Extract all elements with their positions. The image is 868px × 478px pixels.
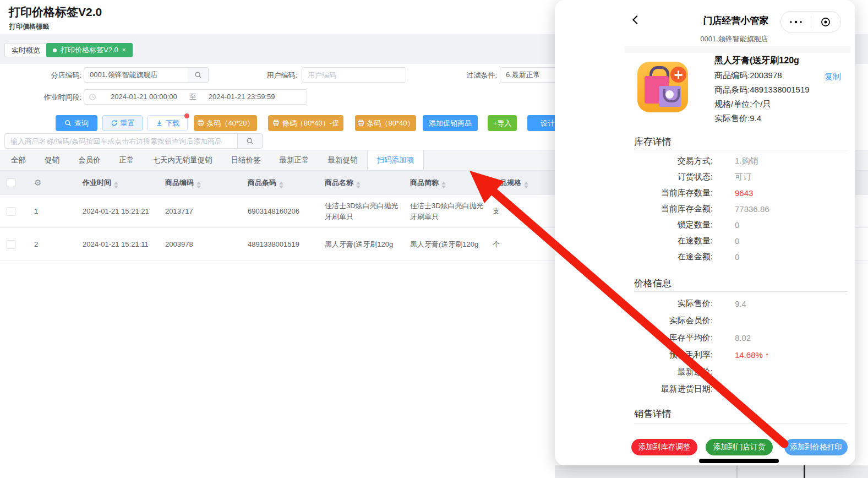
notification-dot (184, 113, 189, 118)
sort-icon[interactable] (524, 182, 528, 188)
time-start-value[interactable]: 2024-01-21 00:00:00 (111, 90, 177, 104)
cell-barcode: 4891338001519 (248, 240, 325, 248)
cell-spec: 支 (493, 207, 542, 216)
branch-code-label: 分店编码: (22, 70, 81, 80)
header-code[interactable]: 商品编码 (165, 178, 248, 188)
barcode-40x20-label: 条码（40*20） (207, 118, 254, 128)
detail-row: 在途数量:0 (625, 233, 848, 249)
tab-member-price[interactable]: 会员价 (69, 150, 110, 170)
cell-name: 黑人牙膏(送牙刷120g (325, 239, 410, 250)
barcode-80x40-button[interactable]: 条码（80*40） (355, 115, 416, 131)
detail-row: 实际售价:9.4 (625, 295, 848, 312)
detail-row: 预估毛利率:14.68% ↑ (625, 346, 848, 363)
price-info-list: 实际售价:9.4 实际会员价: 库存平均价:8.02 预估毛利率:14.68% … (625, 295, 848, 398)
cell-name: 佳洁士3D炫白亮白抛光牙刷单只 (325, 200, 410, 222)
home-indicator-bar (699, 459, 779, 463)
copy-link[interactable]: 复制 (825, 72, 841, 82)
more-dots-icon (788, 19, 804, 25)
section-divider (634, 291, 848, 292)
printer-icon (272, 120, 280, 127)
filter-condition-label: 过滤条件: (435, 70, 497, 80)
detail-row: 库存平均价:8.02 (625, 329, 848, 346)
page-subtitle: 打印價格標籤 (9, 22, 49, 31)
sort-icon[interactable] (114, 182, 118, 188)
stock-qty-value: 9643 (735, 188, 753, 198)
tab-daily-price-tag[interactable]: 日结价签 (222, 150, 270, 170)
header-barcode[interactable]: 商品条码 (248, 178, 325, 188)
refresh-icon (111, 120, 118, 127)
sort-icon[interactable] (279, 182, 283, 188)
nav-tab-overview[interactable]: 实时概览 (4, 43, 47, 57)
product-image (637, 62, 688, 112)
branch-code-input[interactable] (84, 67, 188, 83)
time-end-value[interactable]: 2024-01-21 23:59:59 (209, 90, 275, 104)
add-promo-product-label: 添加促销商品 (429, 118, 472, 128)
add-to-store-order-button[interactable]: 添加到门店订货 (706, 439, 773, 455)
select-all-checkbox[interactable] (7, 178, 15, 187)
download-button[interactable]: 下载 (148, 115, 188, 131)
sort-icon[interactable] (356, 182, 361, 188)
product-price-line: 实际售价:9.4 (714, 113, 761, 124)
add-to-stock-adjust-button[interactable]: 添加到库存调整 (631, 439, 697, 455)
barcode-80x40-promo-button[interactable]: 條碼（80*40）-促 (268, 115, 343, 131)
background-page-strip (555, 465, 868, 478)
tab-all[interactable]: 全部 (2, 150, 35, 170)
barcode-40x20-button[interactable]: 条码（40*20） (194, 115, 257, 131)
query-button[interactable]: 查询 (56, 115, 97, 131)
nav-tab-overview-label: 实时概览 (12, 46, 40, 55)
store-name: 0001.领锋智能旗舰店 (555, 34, 855, 44)
reset-button[interactable]: 重置 (102, 115, 143, 131)
exit-button[interactable] (811, 12, 841, 32)
tab-7day-no-sales-promo[interactable]: 七天内无销量促销 (144, 150, 222, 170)
wechat-capsule (780, 11, 841, 32)
header-name[interactable]: 商品名称 (325, 177, 410, 188)
time-range-input[interactable]: 2024-01-21 00:00:00 至 2024-01-21 23:59:5… (84, 89, 307, 105)
branch-search-button[interactable] (188, 67, 209, 83)
nav-tab-print-label-text: 打印价格标签V2.0 (61, 43, 118, 57)
search-icon (194, 71, 202, 79)
page-title: 打印价格标签V2.0 (9, 4, 102, 20)
clock-icon (89, 93, 96, 101)
row-checkbox[interactable] (7, 207, 15, 216)
sort-icon[interactable] (441, 182, 446, 188)
product-spec-line: 规格/单位:个/只 (714, 99, 771, 110)
product-search-input[interactable] (4, 133, 238, 149)
close-icon[interactable]: × (122, 43, 126, 57)
barcode-80x40-label: 条码（80*40） (367, 118, 414, 128)
more-button[interactable] (781, 12, 811, 32)
cell-short-name: 黑人牙膏(送牙刷120g (410, 239, 493, 250)
section-divider (634, 423, 848, 423)
barcode-80x40-promo-label: 條碼（80*40）-促 (282, 118, 339, 128)
tab-latest-normal[interactable]: 最新正常 (270, 150, 319, 170)
printer-icon (357, 120, 364, 127)
cell-time: 2024-01-21 15:21:11 (83, 240, 165, 248)
nav-tab-print-label[interactable]: 打印价格标签V2.0 × (46, 43, 133, 57)
search-icon (246, 137, 254, 145)
gear-icon[interactable]: ⚙ (34, 178, 41, 187)
user-code-input[interactable] (302, 67, 406, 83)
tab-latest-promo[interactable]: 最新促销 (319, 150, 367, 170)
import-button[interactable]: +导入 (488, 115, 517, 131)
add-promo-product-button[interactable]: 添加促销商品 (423, 115, 478, 131)
row-checkbox[interactable] (7, 240, 15, 249)
tab-promo[interactable]: 促销 (35, 150, 69, 170)
detail-row: 当前库存数量:9643 (625, 185, 848, 201)
header-short-name[interactable]: 商品简称 (410, 177, 493, 188)
cell-code: 2003978 (165, 240, 248, 248)
reset-button-label: 重置 (121, 118, 135, 128)
add-to-price-print-button[interactable]: 添加到价格打印 (784, 439, 848, 455)
plus-badge-icon (670, 67, 686, 83)
active-dot-icon (53, 48, 57, 52)
header-time[interactable]: 作业时间 (83, 178, 165, 188)
product-search-button[interactable] (238, 133, 263, 149)
detail-row: 订货状态:可订 (625, 169, 848, 185)
tab-scan-add[interactable]: 扫码添加项 (367, 150, 424, 170)
cell-spec: 个 (493, 240, 542, 249)
tab-normal[interactable]: 正常 (110, 150, 144, 170)
detail-row: 当前库存金额:77336.86 (625, 201, 848, 217)
header-spec[interactable]: 商品规格 (493, 178, 542, 188)
divider-band (625, 46, 850, 53)
sort-icon[interactable] (196, 182, 201, 188)
header-checkbox-cell (7, 178, 34, 187)
section-divider (634, 150, 848, 150)
